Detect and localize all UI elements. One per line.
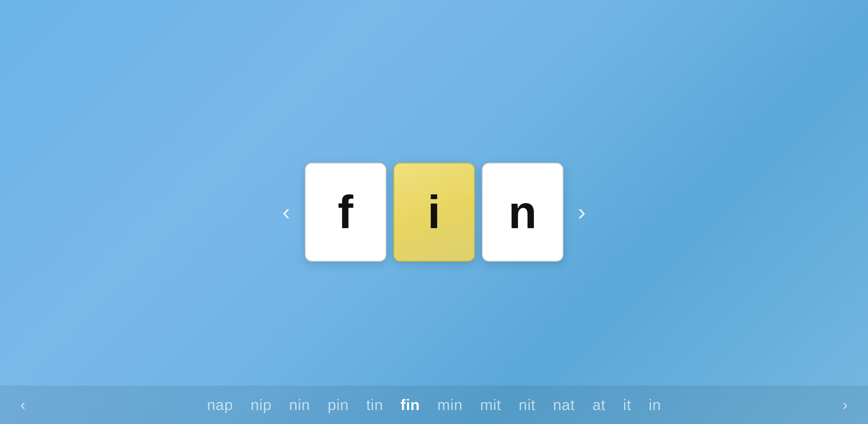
word-item-fin[interactable]: fin <box>401 396 420 414</box>
word-item-nip[interactable]: nip <box>250 396 271 414</box>
word-item-pin[interactable]: pin <box>328 396 348 414</box>
letter-i: i <box>428 185 440 239</box>
word-item-nit[interactable]: nit <box>519 396 535 414</box>
word-item-in[interactable]: in <box>649 396 661 414</box>
cards-container: f i n <box>305 163 563 262</box>
card-f[interactable]: f <box>305 163 386 262</box>
bottom-prev-arrow[interactable]: ‹ <box>18 396 28 414</box>
word-item-tin[interactable]: tin <box>366 396 383 414</box>
letter-f: f <box>338 185 353 239</box>
prev-arrow[interactable]: ‹ <box>274 195 299 230</box>
main-area: ‹ f i n › <box>0 0 868 424</box>
word-item-nap[interactable]: nap <box>207 396 233 414</box>
card-i[interactable]: i <box>393 163 475 262</box>
word-item-at[interactable]: at <box>592 396 606 414</box>
word-item-min[interactable]: min <box>437 396 463 414</box>
next-arrow[interactable]: › <box>569 195 595 230</box>
bottom-next-arrow[interactable]: › <box>840 396 850 414</box>
word-item-mit[interactable]: mit <box>480 396 501 414</box>
card-n[interactable]: n <box>482 163 563 262</box>
bottom-bar: ‹ napnipninpintinfinminmitnitnatatitin › <box>0 386 868 424</box>
word-item-nin[interactable]: nin <box>289 396 310 414</box>
word-item-it[interactable]: it <box>623 396 631 414</box>
card-carousel: ‹ f i n › <box>274 163 594 262</box>
word-item-nat[interactable]: nat <box>553 396 575 414</box>
letter-n: n <box>508 185 537 239</box>
word-list: napnipninpintinfinminmitnitnatatitin <box>28 396 839 414</box>
